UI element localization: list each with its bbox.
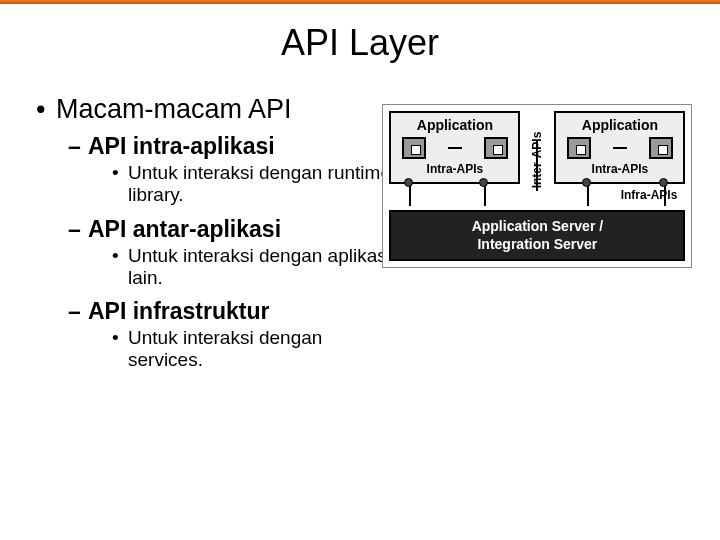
desc-antar: Untuk interaksi dengan aplikasi lain.: [36, 245, 392, 289]
link-icon: [613, 147, 627, 149]
vconnector: [587, 184, 589, 206]
server-box: Application Server / Integration Server: [389, 210, 685, 261]
desc-intra: Untuk interaksi dengan runtime library.: [36, 162, 392, 206]
connector-dots: [582, 178, 591, 187]
subheading-antar: API antar-aplikasi: [36, 216, 392, 243]
content-area: Macam-macam API API intra-aplikasi Untuk…: [0, 94, 720, 381]
app-label-right: Application: [558, 117, 681, 133]
server-line1: Application Server /: [472, 218, 603, 234]
bullet-level1: Macam-macam API: [36, 94, 392, 125]
app-box-right: Application Intra-APIs: [554, 111, 685, 184]
connector-dots: [659, 178, 668, 187]
module-icon: [649, 137, 673, 159]
figure-column: Application Intra-APIs Inter-APIs Applic…: [392, 94, 684, 381]
module-icon: [567, 137, 591, 159]
vconnector: [409, 184, 411, 206]
connector-dots: [479, 178, 488, 187]
subheading-infra: API infrastruktur: [36, 298, 392, 325]
mid-gap: Infra-APIs: [389, 184, 685, 210]
desc-infra: Untuk interaksi dengan services.: [36, 327, 392, 371]
vconnector: [484, 184, 486, 206]
app-box-left: Application Intra-APIs: [389, 111, 520, 184]
subheading-intra: API intra-aplikasi: [36, 133, 392, 160]
infra-label: Infra-APIs: [621, 188, 678, 202]
text-column: Macam-macam API API intra-aplikasi Untuk…: [36, 94, 392, 381]
module-icon: [484, 137, 508, 159]
server-line2: Integration Server: [477, 236, 597, 252]
link-icon: [448, 147, 462, 149]
connector-dots: [404, 178, 413, 187]
app-label-left: Application: [393, 117, 516, 133]
intra-label-left: Intra-APIs: [393, 162, 516, 176]
module-icon: [402, 137, 426, 159]
apps-row: Application Intra-APIs Inter-APIs Applic…: [389, 111, 685, 184]
slide-title: API Layer: [0, 22, 720, 64]
api-diagram: Application Intra-APIs Inter-APIs Applic…: [382, 104, 692, 268]
inter-label: Inter-APIs: [530, 132, 544, 189]
intra-label-right: Intra-APIs: [558, 162, 681, 176]
accent-bar: [0, 0, 720, 4]
